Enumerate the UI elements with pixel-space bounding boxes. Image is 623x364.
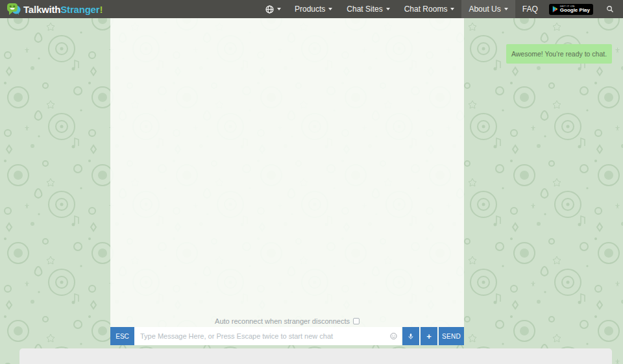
microphone-icon [408,332,414,341]
nav-menu: Products Chat Sites Chat Rooms About Us … [259,0,618,18]
language-globe-menu[interactable] [259,0,287,18]
caret-down-icon [386,8,390,10]
site-logo[interactable]: TalkwithStranger! [6,2,103,16]
search-button[interactable] [600,5,618,13]
nav-item-label: FAQ [522,5,538,14]
nav-item-chat-rooms[interactable]: Chat Rooms [397,0,462,18]
send-button[interactable]: SEND [439,327,464,345]
globe-icon [265,5,274,14]
footer-bar [19,348,612,364]
ready-to-chat-alert: Awesome! You're ready to chat. [506,44,612,64]
chat-message-area [110,18,464,316]
message-input-row: ESC + SEND [110,327,464,345]
chat-panel: Auto reconnect when stranger disconnects… [110,18,464,345]
nav-item-about-us[interactable]: About Us [461,0,515,18]
search-icon [606,5,614,13]
auto-reconnect-row: Auto reconnect when stranger disconnects [110,316,464,326]
logo-smiley-bubble-icon [6,2,21,16]
auto-reconnect-label: Auto reconnect when stranger disconnects [215,317,350,325]
message-input[interactable] [134,327,401,345]
microphone-button[interactable] [402,327,419,345]
caret-down-icon [277,8,281,10]
auto-reconnect-checkbox[interactable] [353,318,360,324]
nav-item-label: About Us [469,5,500,14]
logo-wordmark: TalkwithStranger! [23,4,103,15]
nav-item-chat-sites[interactable]: Chat Sites [339,0,397,18]
nav-item-label: Chat Rooms [404,5,448,14]
attach-plus-button[interactable]: + [421,327,437,345]
nav-item-products[interactable]: Products [287,0,339,18]
nav-item-label: Chat Sites [347,5,382,14]
esc-button[interactable]: ESC [110,327,134,345]
caret-down-icon [328,8,332,10]
google-play-badge-text: GET IT ON Google Play [560,5,590,13]
emoji-icon[interactable] [390,333,397,340]
nav-item-label: Products [295,5,325,14]
google-play-badge[interactable]: GET IT ON Google Play [549,4,593,15]
alert-message: Awesome! You're ready to chat. [511,50,607,58]
top-navbar: TalkwithStranger! Products Chat Sites Ch… [0,0,623,18]
nav-item-faq[interactable]: FAQ [515,0,545,18]
caret-down-icon [504,8,508,10]
message-input-wrap [134,327,401,345]
caret-down-icon [450,8,454,10]
google-play-triangle-icon [552,6,558,12]
